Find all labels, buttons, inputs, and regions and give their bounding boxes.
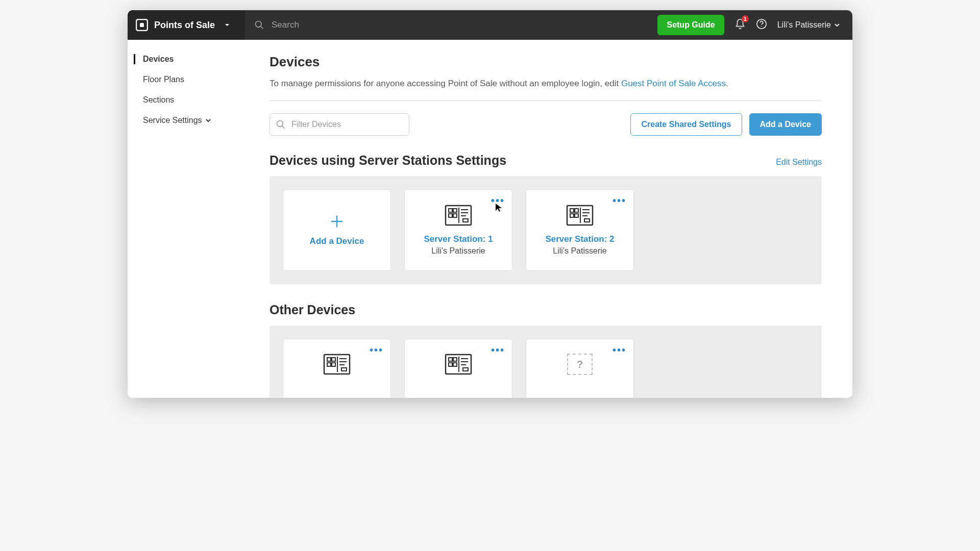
- topbar: Points of Sale Setup Guide 1 Lili's Pati…: [128, 10, 852, 40]
- svg-rect-33: [327, 363, 331, 366]
- square-logo-icon: [136, 19, 148, 31]
- svg-point-6: [277, 121, 283, 127]
- filter-devices-input[interactable]: [270, 113, 409, 136]
- device-card[interactable]: •••: [404, 339, 512, 398]
- sidebar-item-label: Service Settings: [143, 116, 202, 125]
- card-overflow-menu[interactable]: •••: [612, 344, 626, 356]
- account-menu[interactable]: Lili's Patisserie: [777, 20, 840, 30]
- card-overflow-menu[interactable]: •••: [491, 344, 505, 356]
- page-subtitle: To manage permissions for anyone accessi…: [270, 77, 822, 90]
- svg-rect-19: [463, 219, 468, 222]
- plus-icon: [329, 214, 345, 229]
- help-icon: [756, 18, 767, 30]
- card-overflow-menu[interactable]: •••: [370, 344, 383, 356]
- page-title: Devices: [270, 54, 822, 70]
- svg-rect-29: [584, 219, 590, 222]
- main-content: Devices To manage permissions for anyone…: [245, 40, 852, 398]
- section-header-server-stations: Devices using Server Stations Settings E…: [270, 153, 822, 168]
- add-device-card[interactable]: Add a Device: [283, 189, 391, 271]
- card-overflow-menu[interactable]: •••: [612, 195, 626, 207]
- sidebar-item-label: Sections: [143, 95, 174, 105]
- svg-rect-49: [463, 368, 468, 371]
- other-devices-strip: ••• •••: [270, 325, 822, 398]
- svg-rect-44: [453, 363, 457, 366]
- device-card-subtitle: Lili's Patisserie: [553, 246, 606, 256]
- device-card-subtitle: Lili's Patisserie: [431, 246, 485, 256]
- topbar-actions: Setup Guide 1 Lili's Patisserie: [657, 15, 852, 35]
- search-icon: [254, 20, 264, 30]
- sidebar-item-label: Floor Plans: [143, 75, 184, 84]
- toolbar-buttons: Create Shared Settings Add a Device: [630, 113, 822, 136]
- svg-rect-42: [453, 358, 457, 361]
- app-window: Points of Sale Setup Guide 1 Lili's Pati…: [128, 10, 852, 398]
- chevron-down-icon: [834, 22, 840, 28]
- svg-rect-34: [332, 363, 335, 366]
- register-icon: [445, 354, 472, 375]
- section-header-other-devices: Other Devices: [270, 303, 822, 317]
- chevron-down-icon: [205, 117, 211, 123]
- global-search-input[interactable]: [272, 20, 425, 30]
- register-icon: [566, 205, 594, 226]
- filter-devices: [270, 113, 409, 136]
- account-name: Lili's Patisserie: [777, 20, 831, 30]
- device-card-title: Server Station: 1: [424, 234, 493, 244]
- sidebar-item-devices[interactable]: Devices: [128, 49, 245, 69]
- svg-line-3: [261, 27, 263, 29]
- svg-rect-21: [570, 209, 574, 212]
- svg-rect-31: [327, 358, 331, 361]
- device-card-unknown[interactable]: ••• ?: [526, 339, 634, 398]
- svg-rect-32: [332, 358, 335, 361]
- section-title: Devices using Server Stations Settings: [270, 153, 506, 168]
- add-device-card-label: Add a Device: [310, 236, 364, 246]
- sidebar-item-floor-plans[interactable]: Floor Plans: [128, 69, 245, 90]
- brand-switcher[interactable]: Points of Sale: [128, 10, 245, 40]
- svg-rect-24: [575, 214, 578, 217]
- svg-rect-12: [453, 209, 457, 212]
- edit-settings-link[interactable]: Edit Settings: [776, 158, 822, 167]
- svg-rect-39: [341, 368, 347, 371]
- device-card[interactable]: ••• Server Station: 2 Lili's: [526, 189, 634, 271]
- svg-point-5: [761, 26, 762, 27]
- register-icon: [323, 354, 351, 375]
- help-button[interactable]: [756, 18, 767, 32]
- subtitle-suffix: .: [726, 79, 728, 88]
- sidebar: Devices Floor Plans Sections Service Set…: [128, 40, 245, 398]
- toolbar: Create Shared Settings Add a Device: [270, 113, 822, 136]
- add-device-button[interactable]: Add a Device: [749, 113, 822, 136]
- svg-rect-22: [575, 209, 578, 212]
- device-card[interactable]: •••: [283, 339, 391, 398]
- notifications-button[interactable]: 1: [734, 18, 746, 32]
- app-body: Devices Floor Plans Sections Service Set…: [128, 40, 852, 398]
- svg-point-2: [256, 21, 262, 28]
- search-icon: [276, 119, 286, 130]
- device-card-title: Server Station: 2: [545, 234, 614, 244]
- svg-rect-23: [570, 214, 574, 217]
- register-icon: [445, 205, 472, 226]
- svg-rect-11: [449, 209, 452, 212]
- svg-rect-1: [140, 23, 144, 27]
- sidebar-item-label: Devices: [143, 55, 174, 64]
- svg-rect-14: [453, 214, 457, 217]
- notification-badge: 1: [742, 15, 749, 22]
- subtitle-text: To manage permissions for anyone accessi…: [270, 79, 621, 88]
- guest-pos-access-link[interactable]: Guest Point of Sale Access: [621, 79, 726, 88]
- create-shared-settings-button[interactable]: Create Shared Settings: [630, 113, 742, 136]
- unknown-glyph: ?: [577, 359, 583, 370]
- divider: [270, 101, 822, 101]
- cursor-icon: [495, 203, 502, 212]
- section-title: Other Devices: [270, 303, 355, 317]
- svg-rect-13: [449, 214, 452, 217]
- server-stations-strip: Add a Device •••: [270, 176, 822, 284]
- caret-down-icon: [224, 22, 230, 28]
- svg-line-7: [282, 126, 285, 129]
- device-card[interactable]: ••• Server Station: 1 Lili's: [404, 189, 512, 271]
- brand-title: Points of Sale: [154, 20, 215, 31]
- svg-rect-43: [449, 363, 452, 366]
- unknown-device-icon: ?: [567, 354, 593, 375]
- global-search[interactable]: [245, 20, 657, 30]
- setup-guide-button[interactable]: Setup Guide: [657, 15, 724, 35]
- sidebar-item-service-settings[interactable]: Service Settings: [128, 110, 245, 131]
- sidebar-item-sections[interactable]: Sections: [128, 90, 245, 110]
- svg-rect-41: [449, 358, 452, 361]
